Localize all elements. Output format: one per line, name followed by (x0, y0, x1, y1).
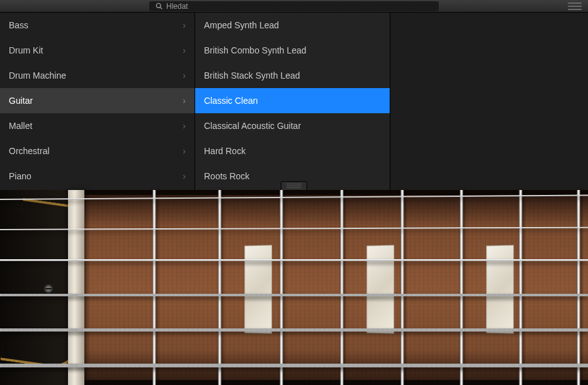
category-label: Drum Kit (9, 45, 43, 55)
chevron-right-icon: › (183, 172, 186, 181)
preset-item[interactable]: British Stack Synth Lead (195, 63, 390, 88)
preset-label: British Stack Synth Lead (204, 70, 300, 81)
preset-item[interactable]: Hard Rock (195, 138, 390, 164)
category-label: Piano (9, 171, 31, 181)
preset-column: Amped Synth LeadBritish Combo Synth Lead… (195, 13, 390, 190)
category-item[interactable]: Piano› (0, 164, 195, 189)
chevron-right-icon: › (183, 46, 186, 55)
category-label: Mallet (9, 121, 32, 131)
chevron-right-icon: › (183, 71, 186, 80)
category-item[interactable]: Guitar› (0, 88, 195, 113)
preset-item[interactable]: British Combo Synth Lead (195, 38, 390, 63)
resize-handle-icon[interactable] (281, 181, 307, 190)
preset-label: Roots Rock (204, 171, 249, 181)
category-label: Guitar (9, 96, 33, 106)
category-item[interactable]: Drum Machine› (0, 63, 195, 88)
fret-marker (486, 245, 514, 333)
svg-point-0 (156, 3, 161, 8)
search-input[interactable]: Hledat (149, 1, 439, 11)
top-toolbar: Hledat (0, 0, 588, 13)
preset-item[interactable]: Classic Clean (195, 88, 390, 113)
menu-icon[interactable] (568, 3, 582, 10)
preset-label: Amped Synth Lead (204, 20, 279, 30)
fret-marker (244, 245, 272, 333)
preset-item[interactable]: Amped Synth Lead (195, 13, 390, 38)
screw-icon (44, 284, 53, 293)
category-item[interactable]: Orchestral› (0, 138, 195, 164)
fret (280, 190, 283, 385)
guitar-nut (68, 190, 84, 385)
guitar-fretboard[interactable] (0, 190, 588, 385)
fret (460, 190, 463, 385)
preset-label: British Combo Synth Lead (204, 45, 307, 55)
category-label: Drum Machine (9, 70, 66, 81)
category-label: Bass (9, 20, 28, 30)
fret (340, 190, 344, 385)
guitar-headstock (0, 190, 68, 385)
preset-label: Classical Acoustic Guitar (204, 121, 301, 131)
preset-item[interactable]: Classical Acoustic Guitar (195, 113, 390, 138)
chevron-right-icon: › (183, 121, 186, 130)
fret (152, 190, 156, 385)
preset-label: Classic Clean (204, 96, 258, 106)
category-column: Bass›Drum Kit›Drum Machine›Guitar›Mallet… (0, 13, 195, 190)
fret (519, 190, 523, 385)
category-item[interactable]: Mallet› (0, 113, 195, 138)
category-item[interactable]: Bass› (0, 13, 195, 38)
fret (400, 190, 404, 385)
chevron-right-icon: › (183, 21, 186, 30)
category-label: Orchestral (9, 146, 50, 156)
sound-browser: Bass›Drum Kit›Drum Machine›Guitar›Mallet… (0, 13, 588, 190)
search-icon (155, 3, 162, 9)
category-item[interactable]: Drum Kit› (0, 38, 195, 63)
chevron-right-icon: › (183, 147, 186, 155)
fret-marker (366, 245, 394, 333)
search-placeholder: Hledat (166, 2, 188, 11)
fret (577, 190, 580, 385)
chevron-right-icon: › (183, 96, 186, 105)
fret (218, 190, 222, 385)
preset-label: Hard Rock (204, 146, 246, 156)
svg-line-1 (161, 8, 162, 9)
empty-column (390, 13, 588, 190)
